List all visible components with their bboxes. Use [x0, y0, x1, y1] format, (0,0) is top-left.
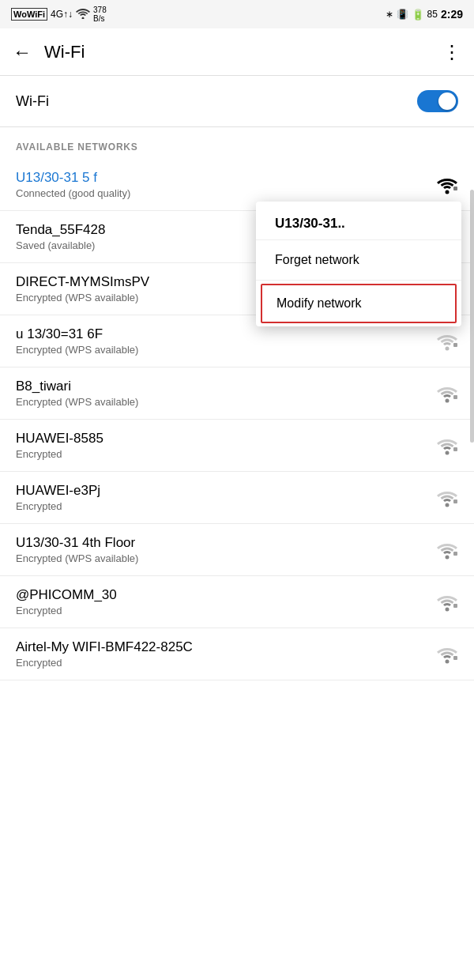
- forget-network-button[interactable]: Forget network: [256, 240, 461, 281]
- popup-menu: U13/30-31.. Forget network Modify networ…: [256, 202, 461, 326]
- popup-overlay: U13/30-31.. Forget network Modify networ…: [0, 0, 474, 980]
- modify-network-button[interactable]: Modify network: [261, 284, 457, 323]
- popup-title: U13/30-31..: [256, 202, 461, 240]
